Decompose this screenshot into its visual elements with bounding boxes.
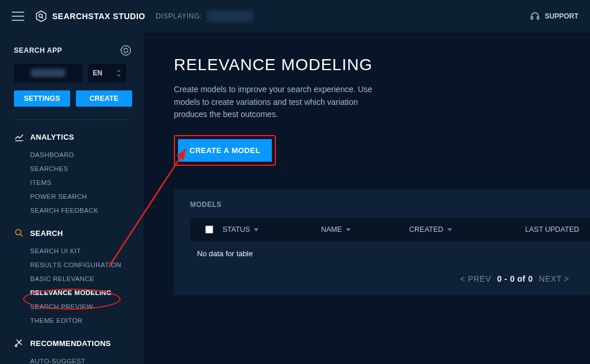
nav-item-results-config[interactable]: RESULTS CONFIGURATION xyxy=(14,258,132,272)
svg-line-7 xyxy=(20,234,23,236)
app-selector[interactable] xyxy=(14,64,82,82)
select-all-checkbox[interactable] xyxy=(205,225,213,234)
svg-line-2 xyxy=(42,17,43,18)
page-title: RELEVANCE MODELING xyxy=(174,56,590,74)
svg-point-5 xyxy=(121,46,131,56)
pager: < PREV 0 - 0 of 0 NEXT > xyxy=(190,266,590,283)
pager-range: 0 - 0 of 0 xyxy=(497,274,533,283)
page-description: Create models to improve your search exp… xyxy=(174,83,388,121)
logo-hex-icon xyxy=(35,10,48,23)
nav-item-basic-relevance[interactable]: BASIC RELEVANCE xyxy=(14,272,132,286)
menu-icon[interactable] xyxy=(12,12,24,21)
nav-item-searches[interactable]: SEARCHES xyxy=(14,162,132,176)
svg-point-1 xyxy=(39,14,42,17)
search-app-label: SEARCH APP xyxy=(14,46,62,54)
col-name[interactable]: NAME xyxy=(321,225,409,234)
nav-section-analytics[interactable]: ANALYTICS xyxy=(14,132,132,142)
svg-marker-13 xyxy=(447,228,452,231)
col-updated[interactable]: LAST UPDATED xyxy=(525,225,590,234)
headset-icon xyxy=(530,11,540,21)
nav-item-search-preview[interactable]: SEARCH PREVIEW xyxy=(14,300,132,314)
nav-item-search-feedback[interactable]: SEARCH FEEDBACK xyxy=(14,203,132,217)
table-header: STATUS NAME CREATED LAST UPDATED xyxy=(190,218,590,241)
create-model-button[interactable]: CREATE A MODEL xyxy=(178,139,272,162)
nav-item-dashboard[interactable]: DASHBOARD xyxy=(14,148,132,162)
svg-point-6 xyxy=(16,230,21,235)
brand-text: SEARCHSTAX STUDIO xyxy=(52,12,145,21)
nav-item-power-search[interactable]: POWER SEARCH xyxy=(14,190,132,203)
tools-icon xyxy=(14,338,24,348)
svg-marker-0 xyxy=(37,11,46,21)
models-title: MODELS xyxy=(190,201,590,209)
table-empty-message: No data for table xyxy=(190,241,590,266)
settings-button[interactable]: SETTINGS xyxy=(14,90,70,107)
pager-next[interactable]: NEXT > xyxy=(539,274,569,283)
nav-section-search[interactable]: SEARCH xyxy=(14,228,132,238)
col-created[interactable]: CREATED xyxy=(409,225,525,234)
displaying-value-redacted xyxy=(207,10,253,22)
svg-marker-12 xyxy=(346,228,351,231)
nav-item-relevance-modeling[interactable]: RELEVANCE MODELING xyxy=(14,286,132,300)
svg-rect-3 xyxy=(531,17,533,20)
analytics-icon xyxy=(14,132,24,142)
nav-item-auto-suggest[interactable]: AUTO-SUGGEST xyxy=(14,354,132,364)
sort-icon xyxy=(253,227,259,232)
pager-prev[interactable]: < PREV xyxy=(460,274,491,283)
svg-rect-4 xyxy=(537,17,539,20)
support-link[interactable]: SUPPORT xyxy=(530,11,578,21)
divider xyxy=(14,119,132,120)
svg-marker-11 xyxy=(254,228,258,231)
refresh-icon[interactable] xyxy=(119,44,132,57)
nav-item-items[interactable]: ITEMS xyxy=(14,176,132,190)
svg-point-10 xyxy=(15,345,17,347)
col-status[interactable]: STATUS xyxy=(223,225,321,234)
nav-item-theme-editor[interactable]: THEME EDITOR xyxy=(14,314,132,327)
nav-item-search-ui-kit[interactable]: SEARCH UI KIT xyxy=(14,244,132,258)
create-button[interactable]: CREATE xyxy=(76,90,132,107)
app-name-redacted xyxy=(31,69,65,77)
brand-logo[interactable]: SEARCHSTAX STUDIO xyxy=(35,10,145,23)
chevron-updown-icon xyxy=(116,68,122,78)
models-card: MODELS STATUS NAME CREATED LAST UPDATED xyxy=(174,189,590,295)
annotation-highlight-box: CREATE A MODEL xyxy=(174,135,276,166)
sort-icon xyxy=(345,227,351,232)
displaying-label: DISPLAYING: xyxy=(156,10,253,22)
language-selector[interactable]: EN xyxy=(88,64,126,82)
search-icon xyxy=(14,228,24,238)
nav-section-recommendations[interactable]: RECOMMENDATIONS xyxy=(14,338,132,348)
sort-icon xyxy=(447,227,453,232)
